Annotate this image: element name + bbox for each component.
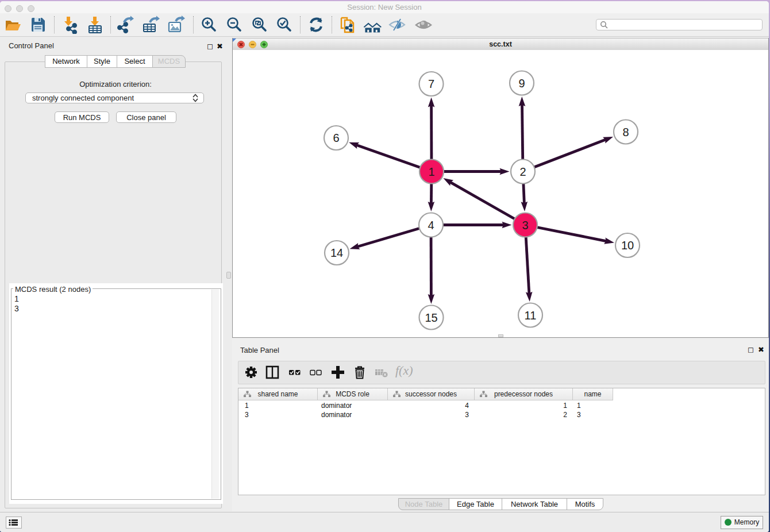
svg-text:7: 7: [428, 78, 434, 90]
svg-text:15: 15: [425, 311, 437, 324]
svg-text:1: 1: [428, 165, 434, 178]
svg-text:8: 8: [622, 126, 629, 138]
svg-text:9: 9: [518, 77, 525, 90]
svg-text:6: 6: [333, 132, 339, 144]
svg-text:11: 11: [525, 309, 537, 322]
svg-text:14: 14: [330, 246, 343, 259]
svg-text:2: 2: [519, 165, 526, 178]
svg-text:10: 10: [621, 239, 634, 252]
svg-text:4: 4: [428, 219, 434, 232]
svg-text:3: 3: [522, 219, 528, 232]
